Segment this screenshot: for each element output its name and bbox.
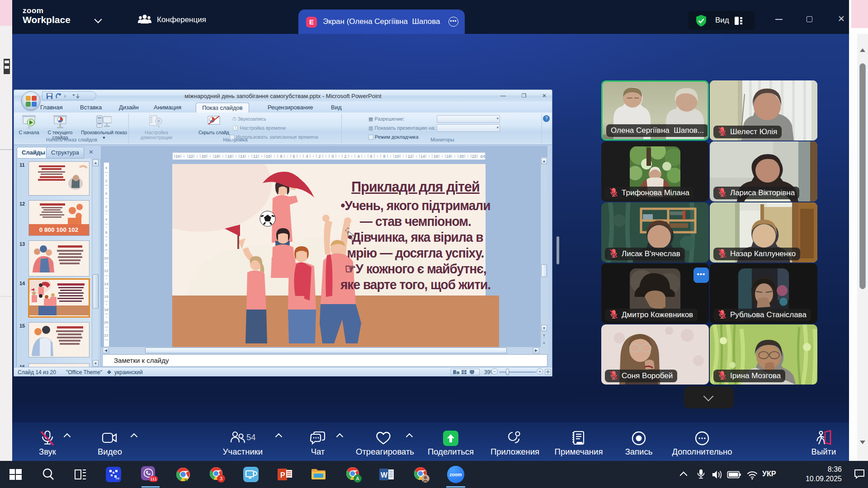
svg-text:12: 12: [253, 154, 258, 159]
svg-text:20: 20: [459, 154, 464, 159]
svg-text:8: 8: [280, 154, 282, 159]
svg-text:18: 18: [104, 308, 108, 312]
svg-text:8: 8: [105, 243, 108, 247]
svg-text:W: W: [381, 471, 388, 479]
svg-text:2: 2: [344, 154, 346, 159]
svg-text:6: 6: [105, 230, 108, 235]
svg-text:16: 16: [104, 295, 108, 299]
svg-text:6: 6: [292, 154, 295, 159]
svg-text:6: 6: [370, 154, 372, 159]
svg-text:A: A: [356, 476, 359, 481]
svg-text:4: 4: [306, 154, 308, 159]
svg-text:10: 10: [104, 256, 108, 260]
svg-text:20: 20: [104, 320, 108, 324]
svg-text:54: 54: [246, 432, 256, 442]
svg-text:0: 0: [331, 154, 334, 159]
svg-text:14: 14: [104, 282, 108, 286]
svg-text:10: 10: [266, 154, 270, 159]
svg-text:18: 18: [214, 154, 219, 159]
svg-text:P: P: [280, 471, 285, 479]
svg-text:0: 0: [105, 192, 108, 196]
svg-text:3: 3: [220, 476, 222, 481]
svg-text:14: 14: [240, 154, 245, 159]
svg-text:12: 12: [104, 269, 108, 273]
svg-text:22: 22: [189, 154, 193, 159]
svg-text:0 800 100 102: 0 800 100 102: [39, 226, 78, 233]
svg-text:zoom: zoom: [449, 472, 462, 477]
svg-text:22: 22: [104, 333, 108, 338]
svg-text:111: 111: [150, 476, 156, 481]
svg-text:24: 24: [175, 154, 180, 159]
svg-text:2: 2: [318, 154, 321, 159]
svg-text:16: 16: [434, 154, 438, 159]
svg-text:2: 2: [105, 179, 108, 183]
svg-text:4: 4: [105, 217, 108, 221]
svg-text:4: 4: [105, 166, 108, 170]
svg-text:10: 10: [395, 154, 399, 159]
svg-text:12: 12: [408, 154, 412, 159]
svg-text:20: 20: [202, 154, 206, 159]
svg-text:ve: ve: [116, 476, 120, 480]
svg-text:24: 24: [481, 154, 485, 159]
svg-text:2: 2: [105, 205, 108, 209]
svg-text:16: 16: [227, 154, 232, 159]
svg-text:14: 14: [420, 154, 425, 159]
svg-text:22: 22: [472, 154, 476, 159]
svg-text:4: 4: [357, 154, 359, 159]
svg-text:18: 18: [446, 154, 451, 159]
svg-text:8: 8: [383, 154, 385, 159]
